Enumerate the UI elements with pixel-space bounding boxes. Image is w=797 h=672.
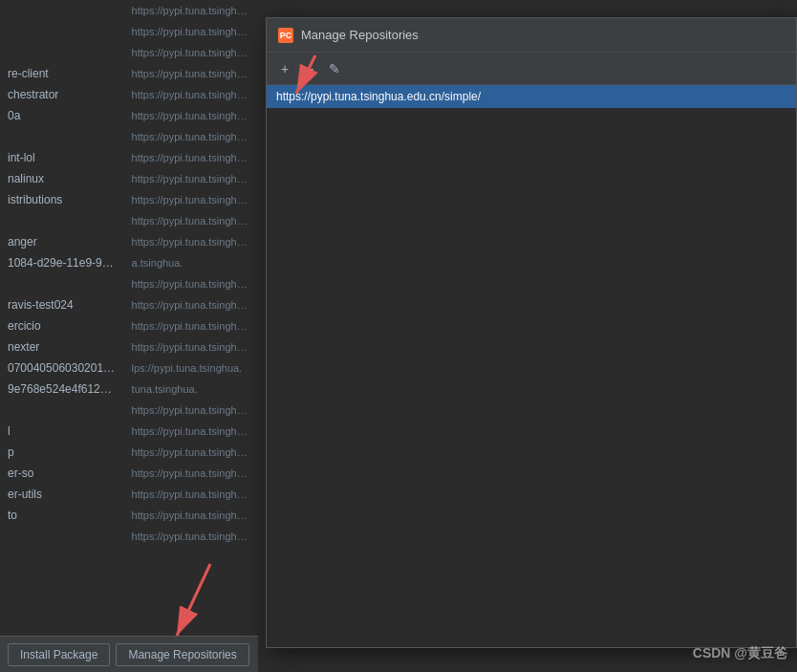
table-row: https://pypi.tuna.tsinghua. (0, 273, 258, 294)
package-url: https://pypi.tuna.tsinghua. (124, 126, 258, 147)
dialog-toolbar: + − ✎ (267, 53, 796, 85)
package-table: https://pypi.tuna.tsinghua. https://pypi… (0, 0, 258, 547)
table-row: to https://pypi.tuna.tsinghua. (0, 505, 258, 526)
package-url: https://pypi.tuna.tsinghua. (124, 105, 258, 126)
package-name: to (0, 505, 124, 526)
package-name: re-client (0, 63, 124, 84)
edit-repository-button[interactable]: ✎ (324, 58, 345, 79)
package-url: https://pypi.tuna.tsinghua. (124, 526, 258, 547)
package-url: lps://pypi.tuna.tsinghua. (124, 358, 258, 379)
package-name: ravis-test024 (0, 294, 124, 315)
table-row: 1084-d29e-11e9-96d1-7c5cf84ffe8e a.tsing… (0, 252, 258, 273)
package-name: anger (0, 231, 124, 252)
table-row: er-so https://pypi.tuna.tsinghua. (0, 463, 258, 484)
install-package-button[interactable]: Install Package (8, 643, 110, 666)
table-row: p https://pypi.tuna.tsinghua. (0, 442, 258, 463)
repository-list[interactable]: https://pypi.tuna.tsinghua.edu.cn/simple… (267, 85, 796, 647)
package-url: https://pypi.tuna.tsinghua. (124, 0, 258, 21)
package-name: er-utils (0, 484, 124, 505)
table-row: ravis-test024 https://pypi.tuna.tsinghua… (0, 294, 258, 315)
package-url: https://pypi.tuna.tsinghua. (124, 63, 258, 84)
bottom-bar: Install Package Manage Repositories (0, 636, 258, 672)
package-url: https://pypi.tuna.tsinghua. (124, 336, 258, 358)
package-url: https://pypi.tuna.tsinghua. (124, 210, 258, 231)
package-url: https://pypi.tuna.tsinghua. (124, 315, 258, 336)
package-url: a.tsinghua. (124, 252, 258, 273)
package-url: https://pypi.tuna.tsinghua. (124, 42, 258, 63)
package-name: 1084-d29e-11e9-96d1-7c5cf84ffe8e (0, 252, 124, 273)
package-name: istributions (0, 189, 124, 210)
table-row: anger https://pypi.tuna.tsinghua. (0, 231, 258, 252)
package-name: 9e768e524e4f61297d472c0ab06c (0, 379, 124, 400)
package-name: chestrator (0, 84, 124, 105)
package-url: https://pypi.tuna.tsinghua. (124, 442, 258, 463)
dialog-icon: PC (278, 28, 293, 43)
package-url: https://pypi.tuna.tsinghua. (124, 84, 258, 105)
package-url: https://pypi.tuna.tsinghua. (124, 273, 258, 294)
package-name: 0a (0, 105, 124, 126)
table-row: re-client https://pypi.tuna.tsinghua. (0, 63, 258, 84)
manage-repositories-dialog: PC Manage Repositories + − ✎ https://pyp… (266, 17, 797, 648)
package-name: er-so (0, 463, 124, 484)
table-row: https://pypi.tuna.tsinghua. (0, 126, 258, 147)
table-row: https://pypi.tuna.tsinghua. (0, 42, 258, 63)
package-name: int-lol (0, 147, 124, 168)
dialog-titlebar: PC Manage Repositories (267, 18, 796, 53)
package-name (0, 273, 124, 294)
package-name (0, 0, 124, 21)
package-url: tuna.tsinghua. (124, 379, 258, 400)
package-name (0, 210, 124, 231)
package-name: nexter (0, 336, 124, 358)
table-row: istributions https://pypi.tuna.tsinghua. (0, 189, 258, 210)
table-row: chestrator https://pypi.tuna.tsinghua. (0, 84, 258, 105)
package-name (0, 126, 124, 147)
background-panel: https://pypi.tuna.tsinghua. https://pypi… (0, 0, 258, 672)
package-name: ercicio (0, 315, 124, 336)
table-row: l https://pypi.tuna.tsinghua. (0, 421, 258, 442)
dialog-title: Manage Repositories (301, 28, 419, 42)
package-name: p (0, 442, 124, 463)
package-name (0, 526, 124, 547)
table-row: int-lol https://pypi.tuna.tsinghua. (0, 147, 258, 168)
table-row: 9e768e524e4f61297d472c0ab06c tuna.tsingh… (0, 379, 258, 400)
package-name: nalinux (0, 168, 124, 189)
package-url: https://pypi.tuna.tsinghua. (124, 21, 258, 42)
table-row: er-utils https://pypi.tuna.tsinghua. (0, 484, 258, 505)
table-row: https://pypi.tuna.tsinghua. (0, 526, 258, 547)
table-row: https://pypi.tuna.tsinghua. (0, 400, 258, 421)
table-row: 070040506030201testpip lps://pypi.tuna.t… (0, 358, 258, 379)
package-url: https://pypi.tuna.tsinghua. (124, 400, 258, 421)
table-row: nalinux https://pypi.tuna.tsinghua. (0, 168, 258, 189)
package-name: 070040506030201testpip (0, 358, 124, 379)
package-url: https://pypi.tuna.tsinghua. (124, 505, 258, 526)
package-url: https://pypi.tuna.tsinghua. (124, 189, 258, 210)
package-url: https://pypi.tuna.tsinghua. (124, 147, 258, 168)
table-row: https://pypi.tuna.tsinghua. (0, 21, 258, 42)
package-url: https://pypi.tuna.tsinghua. (124, 463, 258, 484)
table-row: nexter https://pypi.tuna.tsinghua. (0, 336, 258, 358)
package-url: https://pypi.tuna.tsinghua. (124, 484, 258, 505)
table-row: ercicio https://pypi.tuna.tsinghua. (0, 315, 258, 336)
remove-repository-button[interactable]: − (299, 58, 320, 79)
package-name (0, 42, 124, 63)
manage-repositories-button[interactable]: Manage Repositories (116, 643, 248, 666)
package-name (0, 400, 124, 421)
table-row: https://pypi.tuna.tsinghua. (0, 0, 258, 21)
watermark: CSDN @黄豆爸 (693, 645, 787, 662)
package-url: https://pypi.tuna.tsinghua. (124, 294, 258, 315)
repository-item[interactable]: https://pypi.tuna.tsinghua.edu.cn/simple… (267, 85, 796, 108)
package-url: https://pypi.tuna.tsinghua. (124, 421, 258, 442)
add-repository-button[interactable]: + (274, 58, 295, 79)
package-name (0, 21, 124, 42)
table-row: 0a https://pypi.tuna.tsinghua. (0, 105, 258, 126)
table-row: https://pypi.tuna.tsinghua. (0, 210, 258, 231)
package-url: https://pypi.tuna.tsinghua. (124, 168, 258, 189)
package-url: https://pypi.tuna.tsinghua. (124, 231, 258, 252)
package-name: l (0, 421, 124, 442)
